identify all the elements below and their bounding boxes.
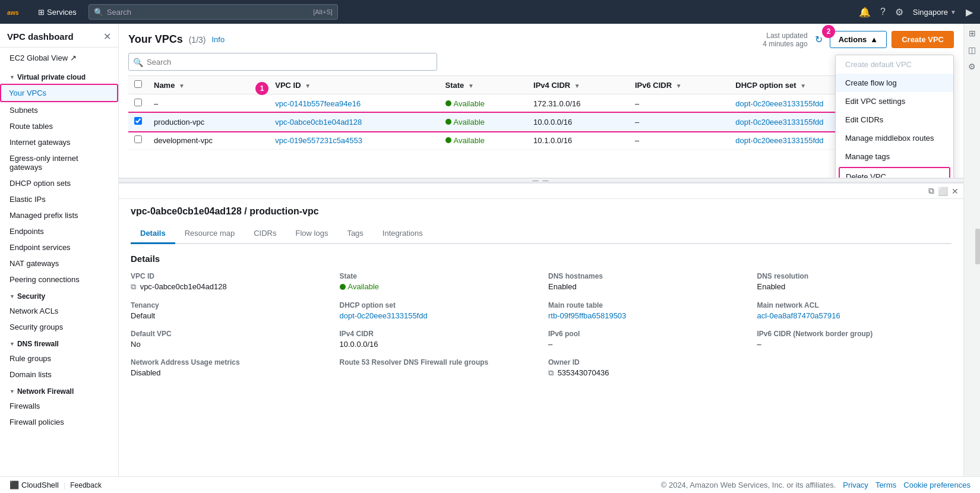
sidebar-item-ec2-global[interactable]: EC2 Global View ↗ bbox=[0, 50, 118, 66]
close-panel-icon[interactable]: ✕ bbox=[951, 187, 959, 196]
right-icon-1[interactable]: ⊞ bbox=[969, 29, 976, 38]
actions-dropdown-menu: Create default VPC Create flow log Edit … bbox=[835, 55, 954, 178]
last-updated-label: Last updated bbox=[763, 31, 807, 40]
region-label: Singapore bbox=[913, 8, 948, 17]
dropdown-manage-tags[interactable]: Manage tags bbox=[836, 147, 953, 166]
panel-title: Your VPCs bbox=[128, 33, 183, 46]
detail-dns-hostnames-value: Enabled bbox=[548, 282, 743, 291]
right-icon-2[interactable]: ◫ bbox=[968, 45, 976, 55]
select-all-checkbox[interactable] bbox=[134, 80, 142, 88]
tab-integrations[interactable]: Integrations bbox=[373, 224, 432, 244]
services-button[interactable]: ⊞ Services bbox=[33, 5, 81, 19]
dropdown-create-default-vpc[interactable]: Create default VPC bbox=[836, 55, 953, 74]
dhcp-filter-icon[interactable]: ▼ bbox=[800, 83, 806, 89]
row3-dhcp-link[interactable]: dopt-0c20eee3133155fdd bbox=[735, 136, 823, 145]
row3-vpc-id-link[interactable]: vpc-019e557231c5a4553 bbox=[275, 136, 362, 145]
sidebar-group-dns-firewall[interactable]: DNS firewall bbox=[0, 335, 118, 350]
aws-logo[interactable]: aws bbox=[7, 6, 26, 18]
vpc-detail-title: vpc-0abce0cb1e04ad128 / production-vpc bbox=[131, 206, 951, 217]
row2-dhcp-link[interactable]: dopt-0c20eee3133155fdd bbox=[735, 118, 823, 127]
cloudshell-button[interactable]: ⬛ CloudShell bbox=[10, 481, 59, 489]
tab-flow-logs[interactable]: Flow logs bbox=[286, 224, 337, 244]
tab-details[interactable]: Details bbox=[131, 224, 175, 244]
dropdown-edit-vpc-settings[interactable]: Edit VPC settings bbox=[836, 92, 953, 110]
sidebar-item-elastic-ips[interactable]: Elastic IPs bbox=[0, 191, 118, 207]
badge-2-circle: 2 bbox=[822, 25, 835, 38]
actions-button[interactable]: Actions ▲ bbox=[830, 31, 887, 48]
ipv6-filter-icon[interactable]: ▼ bbox=[676, 83, 682, 89]
row2-checkbox[interactable] bbox=[134, 117, 142, 125]
sidebar-item-rule-groups[interactable]: Rule groups bbox=[0, 350, 118, 366]
sidebar-item-network-acls[interactable]: Network ACLs bbox=[0, 303, 118, 319]
footer-cookie-link[interactable]: Cookie preferences bbox=[903, 481, 970, 489]
sidebar-group-security[interactable]: Security bbox=[0, 287, 118, 303]
dropdown-create-flow-log[interactable]: Create flow log bbox=[836, 74, 953, 92]
sidebar-item-route-tables[interactable]: Route tables bbox=[0, 118, 118, 134]
row1-dhcp-link[interactable]: dopt-0c20eee3133155fdd bbox=[735, 99, 823, 108]
help-icon[interactable]: ? bbox=[880, 7, 886, 17]
notification-bell-icon[interactable]: ▶ bbox=[966, 7, 973, 18]
sidebar-item-subnets[interactable]: Subnets bbox=[0, 102, 118, 118]
footer-right: © 2024, Amazon Web Services, Inc. or its… bbox=[661, 481, 970, 489]
row2-vpc-id-link[interactable]: vpc-0abce0cb1e04ad128 bbox=[275, 118, 362, 127]
notifications-icon[interactable]: 🔔 bbox=[859, 7, 871, 18]
sidebar-group-virtual-private-cloud[interactable]: Virtual private cloud bbox=[0, 68, 118, 84]
row1-vpc-id-link[interactable]: vpc-0141b557feea94e16 bbox=[275, 99, 361, 108]
feedback-button[interactable]: Feedback bbox=[70, 481, 102, 489]
ipv4-filter-icon[interactable]: ▼ bbox=[574, 83, 580, 89]
sidebar-item-endpoints[interactable]: Endpoints bbox=[0, 223, 118, 239]
sidebar-group-network-firewall[interactable]: Network Firewall bbox=[0, 383, 118, 398]
sidebar-item-firewall-policies[interactable]: Firewall policies bbox=[0, 414, 118, 430]
dropdown-delete-vpc[interactable]: Delete VPC bbox=[840, 168, 949, 178]
expand-icon[interactable]: ⬜ bbox=[938, 187, 948, 196]
info-link[interactable]: Info bbox=[211, 35, 225, 44]
detail-main-network-acl-link[interactable]: acl-0ea8af87470a57916 bbox=[757, 311, 952, 320]
detail-dhcp-option-set-link[interactable]: dopt-0c20eee3133155fdd bbox=[340, 311, 535, 320]
sidebar-item-nat-gateways[interactable]: NAT gateways bbox=[0, 255, 118, 271]
sidebar-item-dhcp-option-sets[interactable]: DHCP option sets bbox=[0, 175, 118, 191]
col-header-vpc-id: VPC ID ▼ bbox=[269, 76, 439, 94]
split-view-icon[interactable]: ⧉ bbox=[928, 186, 934, 196]
row3-checkbox[interactable] bbox=[134, 135, 142, 143]
detail-main-network-acl-label: Main network ACL bbox=[757, 301, 952, 309]
detail-route53-label: Route 53 Resolver DNS Firewall rule grou… bbox=[340, 358, 535, 366]
sidebar-item-managed-prefix-lists[interactable]: Managed prefix lists bbox=[0, 207, 118, 223]
tab-cidrs[interactable]: CIDRs bbox=[244, 224, 286, 244]
vpc-search-input[interactable] bbox=[128, 53, 437, 71]
sidebar-item-egress-gateways[interactable]: Egress-only internet gateways bbox=[0, 150, 118, 175]
terminal-icon: ⬛ bbox=[10, 481, 19, 489]
vpc-id-filter-icon[interactable]: ▼ bbox=[305, 83, 311, 89]
right-icon-settings[interactable]: ⚙ bbox=[968, 62, 976, 71]
sidebar-item-your-vpcs[interactable]: Your VPCs bbox=[0, 84, 118, 102]
sidebar-close-button[interactable]: ✕ bbox=[103, 31, 111, 42]
row2-checkbox-cell bbox=[128, 113, 148, 131]
sidebar-item-firewalls[interactable]: Firewalls bbox=[0, 398, 118, 414]
tab-tags[interactable]: Tags bbox=[337, 224, 372, 244]
footer-privacy-link[interactable]: Privacy bbox=[843, 481, 868, 489]
row1-checkbox[interactable] bbox=[134, 99, 142, 106]
detail-main-network-acl: Main network ACL acl-0ea8af87470a57916 bbox=[757, 301, 952, 320]
sidebar-item-endpoint-services[interactable]: Endpoint services bbox=[0, 239, 118, 255]
create-vpc-button[interactable]: Create VPC bbox=[892, 31, 954, 48]
sidebar-item-security-groups[interactable]: Security groups bbox=[0, 319, 118, 335]
tab-resource-map[interactable]: Resource map bbox=[175, 224, 245, 244]
sidebar-item-internet-gateways[interactable]: Internet gateways bbox=[0, 134, 118, 150]
detail-main-route-table-link[interactable]: rtb-09f95ffba65819503 bbox=[548, 311, 743, 320]
sidebar-item-domain-lists[interactable]: Domain lists bbox=[0, 366, 118, 383]
refresh-button[interactable]: ↻ bbox=[815, 34, 823, 45]
detail-owner-id-label: Owner ID bbox=[548, 358, 743, 366]
footer-terms-link[interactable]: Terms bbox=[875, 481, 896, 489]
footer-left: ⬛ CloudShell | Feedback bbox=[10, 481, 102, 489]
name-filter-icon[interactable]: ▼ bbox=[179, 83, 185, 89]
table-row[interactable]: production-vpc vpc-0abce0cb1e04ad128 Ava… bbox=[128, 113, 954, 131]
table-row[interactable]: – vpc-0141b557feea94e16 Available 172.31… bbox=[128, 94, 954, 113]
sidebar-item-peering-connections[interactable]: Peering connections bbox=[0, 271, 118, 287]
dropdown-edit-cidrs[interactable]: Edit CIDRs bbox=[836, 110, 953, 129]
dropdown-manage-middlebox-routes[interactable]: Manage middlebox routes bbox=[836, 129, 953, 147]
table-row[interactable]: development-vpc vpc-019e557231c5a4553 Av… bbox=[128, 131, 954, 150]
global-search-input[interactable] bbox=[107, 8, 309, 17]
region-selector[interactable]: Singapore ▼ bbox=[913, 8, 956, 17]
settings-icon[interactable]: ⚙ bbox=[895, 7, 903, 18]
global-search-bar[interactable]: 🔍 [Alt+S] bbox=[88, 4, 338, 20]
state-filter-icon[interactable]: ▼ bbox=[468, 83, 474, 89]
